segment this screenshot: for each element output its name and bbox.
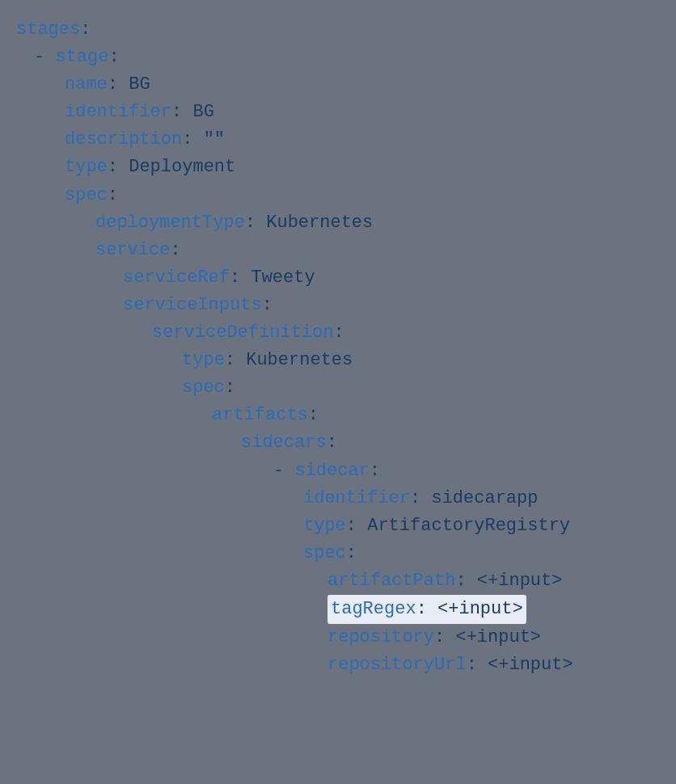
- code-line-spec2: spec:: [16, 374, 660, 402]
- token-punct: :: [370, 457, 380, 485]
- token-key: artifacts: [212, 402, 308, 429]
- code-line-type2: type: Kubernetes: [16, 347, 660, 374]
- code-line-artifacts: artifacts:: [16, 402, 660, 429]
- token-key: serviceRef: [123, 264, 230, 292]
- code-editor: stages:- stage:name: BGidentifier: BGdes…: [0, 8, 676, 687]
- code-line-spec: spec:: [16, 182, 660, 209]
- token-punct: :: [410, 485, 431, 512]
- code-line-identifier2: identifier: sidecarapp: [16, 485, 660, 512]
- code-line-tagRegex: tagRegex: <+input>: [16, 595, 660, 624]
- token-key: name: [65, 71, 108, 99]
- code-line-repositoryUrl: repositoryUrl: <+input>: [16, 651, 660, 679]
- token-dash: -: [273, 457, 294, 485]
- token-value: Kubernetes: [246, 347, 353, 374]
- code-line-spec3: spec:: [16, 540, 660, 567]
- code-line-serviceRef: serviceRef: Tweety: [16, 264, 660, 292]
- token-punct: :: [346, 540, 357, 567]
- token-punct: :: [467, 651, 488, 679]
- code-line-serviceDefinition: serviceDefinition:: [16, 319, 660, 347]
- code-line-stage-dash: - stage:: [16, 44, 660, 71]
- token-punct: :: [225, 347, 246, 374]
- token-key: spec: [303, 540, 346, 567]
- token-punct: :: [262, 292, 273, 319]
- token-key: stages: [16, 16, 80, 44]
- token-value: Tweety: [251, 264, 315, 292]
- code-line-artifactPath: artifactPath: <+input>: [16, 567, 660, 595]
- code-line-repository: repository: <+input>: [16, 624, 660, 651]
- token-punct: :: [171, 99, 192, 126]
- token-key: sidecar: [294, 457, 369, 485]
- code-line-type: type: Deployment: [16, 154, 660, 181]
- token-key: identifier: [65, 99, 171, 126]
- token-punct: :: [108, 44, 119, 71]
- token-value: "": [204, 126, 225, 154]
- token-punct: :: [108, 71, 129, 99]
- code-line-service: service:: [16, 237, 660, 264]
- token-punct: :: [416, 599, 437, 619]
- token-value: <+input>: [437, 599, 523, 619]
- token-punct: :: [225, 374, 235, 402]
- token-punct: :: [434, 624, 455, 651]
- token-key: deploymentType: [95, 209, 245, 237]
- token-key: sidecars: [241, 429, 327, 457]
- token-key: description: [65, 126, 182, 154]
- token-punct: :: [230, 264, 251, 292]
- token-value: BG: [129, 71, 150, 99]
- token-punct: :: [108, 182, 118, 209]
- token-key: spec: [182, 374, 225, 402]
- token-punct: :: [333, 319, 344, 347]
- token-punct: :: [327, 429, 337, 457]
- token-value: <+input>: [477, 567, 563, 595]
- highlighted-token: tagRegex: <+input>: [327, 595, 526, 624]
- token-key: serviceDefinition: [152, 319, 333, 347]
- token-punct: :: [80, 16, 91, 44]
- token-key: artifactPath: [327, 567, 455, 595]
- token-punct: :: [108, 154, 129, 181]
- token-punct: :: [308, 402, 319, 429]
- token-value: sidecarapp: [431, 485, 538, 512]
- code-line-serviceInputs: serviceInputs:: [16, 292, 660, 319]
- token-punct: :: [455, 567, 476, 595]
- token-key: spec: [65, 182, 108, 209]
- token-key: repositoryUrl: [327, 651, 467, 679]
- token-punct: :: [170, 237, 180, 264]
- token-punct: :: [245, 209, 266, 237]
- token-key: serviceInputs: [123, 292, 262, 319]
- token-value: ArtifactoryRegistry: [367, 512, 570, 540]
- code-line-type3: type: ArtifactoryRegistry: [16, 512, 660, 540]
- token-value: Deployment: [129, 154, 235, 181]
- token-value: BG: [192, 99, 213, 126]
- token-value: <+input>: [455, 624, 541, 651]
- code-line-name: name: BG: [16, 71, 660, 99]
- code-line-sidecars: sidecars:: [16, 429, 660, 457]
- code-line-sidecar-dash: - sidecar:: [16, 457, 660, 485]
- token-value: <+input>: [488, 651, 573, 679]
- code-line-deploymentType: deploymentType: Kubernetes: [16, 209, 660, 237]
- token-key: identifier: [303, 485, 410, 512]
- code-line-stages: stages:: [16, 16, 660, 44]
- token-dash: -: [34, 44, 55, 71]
- token-punct: :: [346, 512, 367, 540]
- token-value: Kubernetes: [266, 209, 373, 237]
- code-line-description: description: "": [16, 126, 660, 154]
- token-key: repository: [327, 624, 434, 651]
- token-key: type: [303, 512, 346, 540]
- token-punct: :: [182, 126, 203, 154]
- code-line-identifier: identifier: BG: [16, 99, 660, 126]
- token-key: type: [65, 154, 108, 181]
- token-key: type: [182, 347, 225, 374]
- token-key: stage: [55, 44, 108, 71]
- token-key: service: [95, 237, 170, 264]
- token-key: tagRegex: [331, 599, 416, 619]
